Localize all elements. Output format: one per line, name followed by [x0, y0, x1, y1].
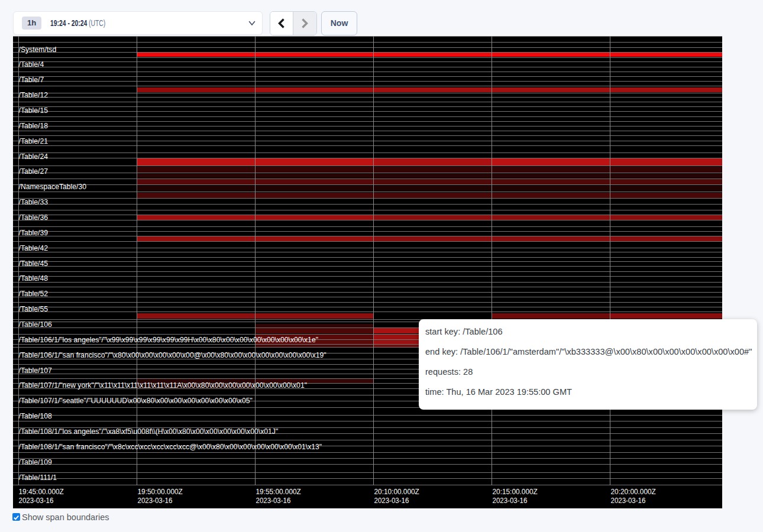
svg-text:/Table/15: /Table/15: [19, 106, 49, 115]
svg-text:20:10:00.000Z: 20:10:00.000Z: [374, 487, 419, 496]
svg-text:/Table/106: /Table/106: [19, 320, 52, 329]
svg-text:/Table/108/1/"los angeles"/"\x: /Table/108/1/"los angeles"/"\xa8\xf5\u00…: [19, 427, 279, 436]
svg-text:2023-03-16: 2023-03-16: [19, 496, 54, 505]
svg-text:/Table/24: /Table/24: [19, 153, 49, 161]
svg-text:/Table/55: /Table/55: [19, 305, 49, 313]
svg-text:2023-03-16: 2023-03-16: [256, 496, 291, 505]
svg-text:2023-03-16: 2023-03-16: [493, 496, 528, 505]
svg-text:/Table/107/1/"seattle"/"UUUUUU: /Table/107/1/"seattle"/"UUUUUUD\x00\x80\…: [19, 397, 253, 405]
svg-text:2023-03-16: 2023-03-16: [611, 496, 646, 505]
svg-text:/Table/4: /Table/4: [19, 60, 44, 69]
svg-text:/Table/18: /Table/18: [19, 122, 49, 130]
svg-text:/Table/21: /Table/21: [19, 137, 49, 145]
svg-text:/Table/111/1: /Table/111/1: [19, 473, 57, 482]
svg-text:/System/tsd: /System/tsd: [19, 46, 57, 54]
svg-text:/Table/45: /Table/45: [19, 259, 49, 268]
svg-text:/NamespaceTable/30: /NamespaceTable/30: [19, 183, 87, 191]
svg-text:/Table/36: /Table/36: [19, 213, 49, 222]
svg-text:2023-03-16: 2023-03-16: [138, 496, 173, 505]
svg-text:20:15:00.000Z: 20:15:00.000Z: [493, 487, 538, 496]
svg-text:/Table/39: /Table/39: [19, 229, 49, 237]
svg-text:/Table/106/1/"los angeles"/"\x: /Table/106/1/"los angeles"/"\x99\x99\x99…: [19, 336, 318, 344]
svg-text:/Table/42: /Table/42: [19, 244, 49, 252]
svg-text:/Table/108/1/"san francisco"/": /Table/108/1/"san francisco"/"\x8c\xcc\x…: [19, 443, 322, 451]
svg-text:19:50:00.000Z: 19:50:00.000Z: [138, 487, 183, 496]
svg-text:2023-03-16: 2023-03-16: [374, 496, 409, 505]
svg-text:/Table/107/1/"new york"/"\x11\: /Table/107/1/"new york"/"\x11\x11\x11\x1…: [19, 381, 308, 390]
svg-text:/Table/27: /Table/27: [19, 167, 49, 176]
svg-text:20:20:00.000Z: 20:20:00.000Z: [611, 487, 656, 496]
svg-text:/Table/106/1/"san francisco"/": /Table/106/1/"san francisco"/"\x80\x00\x…: [19, 351, 326, 359]
svg-text:/Table/108: /Table/108: [19, 412, 52, 420]
svg-text:/Table/52: /Table/52: [19, 290, 49, 298]
svg-text:/Table/107: /Table/107: [19, 366, 52, 375]
svg-text:/Table/12: /Table/12: [19, 91, 49, 99]
svg-text:/Table/109: /Table/109: [19, 458, 52, 466]
svg-text:19:45:00.000Z: 19:45:00.000Z: [19, 487, 64, 496]
svg-text:19:55:00.000Z: 19:55:00.000Z: [256, 487, 301, 496]
svg-text:/Table/7: /Table/7: [19, 76, 44, 84]
svg-text:/Table/48: /Table/48: [19, 274, 49, 283]
svg-text:/Table/33: /Table/33: [19, 198, 49, 206]
